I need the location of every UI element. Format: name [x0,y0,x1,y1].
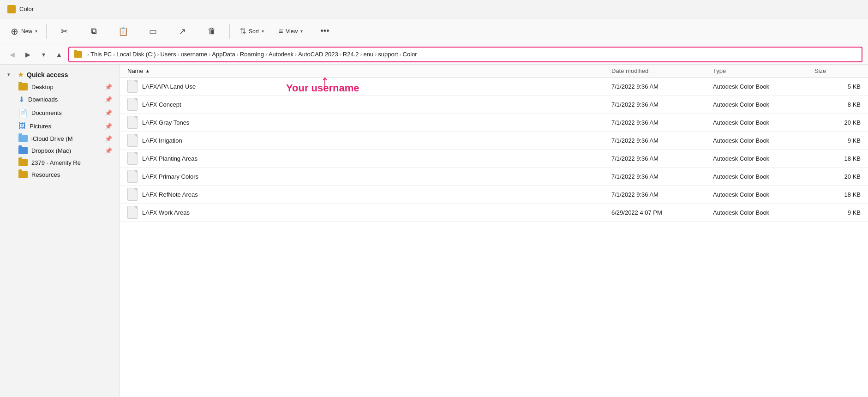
view-icon: ≡ [279,27,283,36]
new-label: New [21,28,32,35]
file-type: Autodesk Color Book [713,83,814,90]
file-size: 20 KB [814,119,861,126]
share-button[interactable]: ↗ [168,21,196,42]
breadcrumb-this-pc[interactable]: This PC [90,51,112,58]
documents-label: Documents [31,109,101,116]
star-icon: ★ [18,70,24,79]
sidebar-item-downloads[interactable]: ⬇ Downloads 📌 [2,93,118,106]
separator-2 [229,24,230,39]
file-icon [127,206,138,219]
download-icon: ⬇ [18,95,24,104]
sort-button[interactable]: ⇅ Sort ▾ [233,21,270,42]
sidebar-item-dropbox[interactable]: Dropbox (Mac) 📌 [2,144,118,156]
table-row[interactable]: LAFX Concept 7/1/2022 9:36 AM Autodesk C… [120,96,868,114]
table-row[interactable]: LAFX Work Areas 6/29/2022 4:07 PM Autode… [120,204,868,222]
file-icon [127,152,138,165]
breadcrumb-support[interactable]: support [378,51,398,58]
plus-icon: ⊕ [11,26,18,37]
col-modified[interactable]: Date modified [611,67,713,74]
file-type: Autodesk Color Book [713,191,814,198]
file-date: 7/1/2022 9:36 AM [611,173,713,180]
file-date: 7/1/2022 9:36 AM [611,83,713,90]
breadcrumb-username[interactable]: username [180,51,207,58]
table-row[interactable]: LAFX Irrigation 7/1/2022 9:36 AM Autodes… [120,132,868,150]
copy-button[interactable]: ⧉ [80,21,108,42]
breadcrumb-autocad[interactable]: AutoCAD 2023 [298,51,338,58]
desktop-label: Desktop [31,84,101,90]
breadcrumb-r242[interactable]: R24.2 [343,51,359,58]
sidebar-item-icloud[interactable]: iCloud Drive (M 📌 [2,132,118,144]
sidebar-item-2379[interactable]: 2379 - Amenity Re [2,156,118,168]
file-name-cell: LAFX Gray Tones [127,116,611,129]
sidebar-item-desktop[interactable]: Desktop 📌 [2,81,118,93]
breadcrumb-local-disk[interactable]: Local Disk (C:) [116,51,156,58]
more-icon: ••• [321,26,329,36]
quick-access-section: ▾ ★ Quick access Desktop 📌 ⬇ Downloads 📌 [0,68,120,180]
breadcrumb-color[interactable]: Color [403,51,417,58]
chevron-down-icon: ▾ [7,72,15,78]
file-name-cell: LAFX RefNote Areas [127,188,611,201]
breadcrumb-users[interactable]: Users [160,51,176,58]
file-size: 9 KB [814,209,861,216]
sidebar: ▾ ★ Quick access Desktop 📌 ⬇ Downloads 📌 [0,65,120,397]
file-name: LAFX Primary Colors [142,173,198,180]
col-type[interactable]: Type [713,67,814,74]
delete-button[interactable]: 🗑 [198,21,226,42]
file-name: LAFX Work Areas [142,209,190,216]
table-row[interactable]: LAFX Primary Colors 7/1/2022 9:36 AM Aut… [120,168,868,186]
breadcrumb-bar[interactable]: › This PC › Local Disk (C:) › Users › us… [68,47,862,62]
file-type: Autodesk Color Book [713,119,814,126]
view-button[interactable]: ≡ View ▾ [272,21,309,42]
sidebar-item-documents[interactable]: 📄 Documents 📌 [2,106,118,120]
paste-icon: 📋 [118,26,128,36]
table-row[interactable]: LAFXAPA Land Use 7/1/2022 9:36 AM Autode… [120,78,868,96]
file-rows-container: LAFXAPA Land Use 7/1/2022 9:36 AM Autode… [120,78,868,222]
file-icon [127,188,138,201]
file-date: 7/1/2022 9:36 AM [611,191,713,198]
file-list-header: Name ▲ Date modified Type Size [120,65,868,78]
navigation-bar: ◀ ▶ ▾ ▲ › This PC › Local Disk (C:) › Us… [0,44,868,65]
file-name-cell: LAFX Primary Colors [127,170,611,183]
sidebar-item-pictures[interactable]: 🖼 Pictures 📌 [2,120,118,132]
file-name-cell: LAFX Planting Areas [127,152,611,165]
quick-access-label: Quick access [27,71,68,78]
col-name[interactable]: Name ▲ [127,67,611,74]
file-icon [127,116,138,129]
pictures-icon: 🖼 [18,122,26,130]
file-date: 6/29/2022 4:07 PM [611,209,713,216]
cut-button[interactable]: ✂ [50,21,78,42]
breadcrumb-folder-icon [74,51,82,58]
paste-button[interactable]: 📋 [109,21,137,42]
view-chevron-icon: ▾ [300,29,303,34]
more-button[interactable]: ••• [311,21,339,42]
breadcrumb-enu[interactable]: enu [364,51,374,58]
file-icon [127,170,138,183]
new-button[interactable]: ⊕ New ▾ [6,21,42,42]
dropdown-button[interactable]: ▾ [37,48,50,61]
view-label: View [286,28,298,35]
sidebar-item-resources[interactable]: Resources [2,168,118,180]
table-row[interactable]: LAFX Planting Areas 7/1/2022 9:36 AM Aut… [120,150,868,168]
pin-icon: 📌 [105,84,112,90]
back-button[interactable]: ◀ [6,48,18,61]
pin-icon-downloads: 📌 [105,96,112,103]
file-size: 18 KB [814,191,861,198]
forward-button[interactable]: ▶ [21,48,34,61]
breadcrumb-roaming[interactable]: Roaming [240,51,264,58]
quick-access-header[interactable]: ▾ ★ Quick access [2,68,118,81]
file-name: LAFX Planting Areas [142,155,198,162]
table-row[interactable]: LAFX RefNote Areas 7/1/2022 9:36 AM Auto… [120,186,868,204]
breadcrumb-appdata[interactable]: AppData [212,51,235,58]
col-size[interactable]: Size [814,67,861,74]
downloads-label: Downloads [28,96,101,103]
file-icon [127,134,138,147]
file-name-cell: LAFXAPA Land Use [127,80,611,93]
file-name-cell: LAFX Irrigation [127,134,611,147]
up-button[interactable]: ▲ [53,48,66,61]
file-date: 7/1/2022 9:36 AM [611,137,713,144]
breadcrumb-autodesk[interactable]: Autodesk [269,51,293,58]
pin-icon-docs: 📌 [105,109,112,116]
folder-blue-icon [18,147,28,154]
rename-button[interactable]: ▭ [139,21,167,42]
table-row[interactable]: LAFX Gray Tones 7/1/2022 9:36 AM Autodes… [120,114,868,132]
